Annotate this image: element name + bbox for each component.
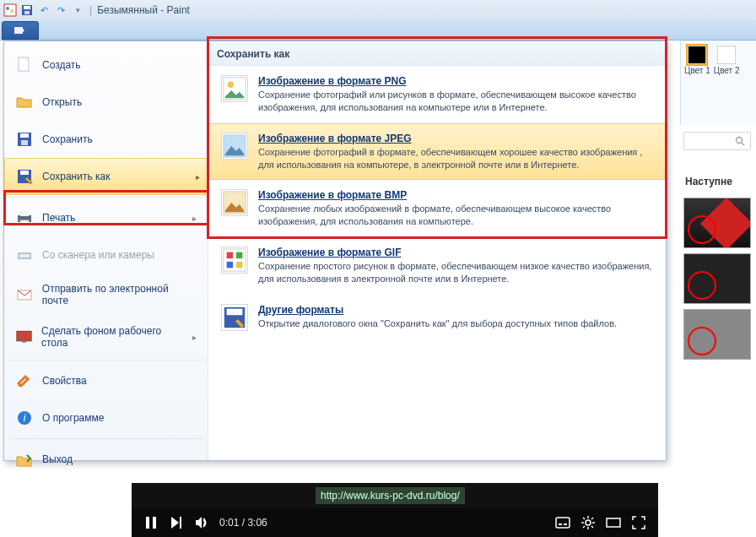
chevron-right-icon: ▸ — [192, 214, 197, 223]
menu-item-open[interactable]: Открыть — [4, 84, 208, 121]
svg-rect-32 — [227, 262, 234, 268]
color2-label: Цвет 2 — [714, 66, 740, 75]
menu-item-set-background[interactable]: Сделать фоном рабочего стола ▸ — [4, 316, 208, 358]
svg-point-2 — [10, 9, 14, 13]
format-title: Изображение в формате BMP — [258, 189, 653, 201]
menu-item-scanner: Со сканера или камеры — [4, 236, 208, 274]
svg-line-48 — [591, 526, 593, 528]
svg-rect-40 — [559, 523, 562, 525]
menu-item-label: Отправить по электронной почте — [42, 283, 197, 306]
format-item-gif[interactable]: Изображение в формате GIF Сохранение про… — [208, 237, 666, 295]
qat-undo-icon[interactable]: ↶ — [37, 3, 51, 17]
sidebar-thumb[interactable] — [683, 198, 751, 248]
theater-button[interactable] — [606, 515, 621, 530]
svg-rect-39 — [556, 518, 570, 528]
svg-rect-22 — [22, 341, 27, 343]
svg-rect-30 — [227, 252, 234, 259]
svg-rect-37 — [153, 517, 156, 529]
volume-button[interactable] — [194, 515, 209, 530]
format-item-other[interactable]: Другие форматы Открытие диалогового окна… — [208, 295, 666, 340]
video-overlay-link[interactable]: http://www.kurs-pc-dvd.ru/blog/ — [132, 483, 658, 508]
menu-item-label: О программе — [42, 412, 104, 424]
menu-item-label: Выход — [42, 453, 73, 465]
menu-item-save[interactable]: Сохранить — [4, 121, 208, 158]
format-title: Изображение в формате GIF — [258, 247, 653, 258]
svg-rect-6 — [14, 27, 23, 34]
format-list: Изображение в формате PNG Сохранение фот… — [208, 66, 666, 340]
qat-customize-icon[interactable]: ▾ — [71, 3, 84, 17]
save-as-header: Сохранить как — [208, 41, 666, 66]
svg-rect-21 — [17, 331, 31, 340]
new-icon — [15, 56, 34, 74]
menu-item-save-as[interactable]: Сохранить как — [4, 158, 208, 195]
svg-line-47 — [583, 518, 585, 519]
jpeg-icon — [221, 133, 248, 160]
svg-rect-36 — [146, 517, 149, 529]
menu-item-label: Свойства — [42, 375, 87, 387]
scanner-icon — [15, 246, 34, 264]
svg-rect-14 — [20, 171, 29, 175]
fullscreen-button[interactable] — [631, 515, 646, 530]
svg-line-8 — [742, 143, 744, 145]
svg-rect-12 — [21, 140, 28, 145]
color2-swatch[interactable] — [717, 46, 736, 64]
format-title: Изображение в формате PNG — [258, 75, 653, 87]
menu-item-label: Создать — [42, 59, 81, 71]
svg-rect-17 — [20, 220, 29, 225]
format-desc: Сохранение фотографий в формате, обеспеч… — [258, 146, 653, 171]
subtitles-button[interactable] — [555, 515, 570, 530]
menu-item-properties[interactable]: Свойства — [4, 362, 208, 399]
bmp-icon — [221, 189, 248, 216]
format-desc: Сохранение любых изображений в формате, … — [258, 203, 653, 228]
menu-item-new[interactable]: Создать — [4, 46, 208, 84]
pause-button[interactable] — [143, 515, 159, 530]
menu-item-email[interactable]: Отправить по электронной почте — [4, 274, 208, 316]
title-bar: ↶ ↷ ▾ | Безымянный - Paint — [0, 0, 756, 20]
search-box[interactable] — [683, 132, 751, 150]
sidebar-thumb[interactable] — [683, 309, 751, 360]
chevron-right-icon: ▸ — [192, 333, 197, 342]
svg-point-42 — [586, 520, 591, 525]
svg-line-50 — [583, 526, 585, 528]
format-desc: Сохранение фотографий или рисунков в фор… — [258, 89, 653, 114]
svg-point-1 — [6, 7, 9, 10]
color1-swatch[interactable] — [688, 46, 706, 64]
format-item-png[interactable]: Изображение в формате PNG Сохранение фот… — [208, 66, 666, 123]
svg-rect-16 — [20, 211, 29, 216]
settings-button[interactable] — [580, 515, 596, 530]
format-title: Изображение в формате JPEG — [258, 133, 653, 144]
svg-rect-38 — [180, 517, 181, 529]
menu-item-label: Сохранить как — [42, 171, 110, 182]
desktop-bg-icon — [15, 328, 33, 346]
menu-item-about[interactable]: i О программе — [4, 399, 208, 437]
qat-redo-icon[interactable]: ↷ — [54, 3, 68, 17]
video-player: http://www.kurs-pc-dvd.ru/blog/ 0:01 / 3… — [132, 483, 658, 537]
print-icon — [15, 209, 34, 227]
qat-save-icon[interactable] — [20, 3, 34, 17]
save-icon — [15, 130, 34, 149]
menu-item-exit[interactable]: Выход — [4, 441, 208, 478]
svg-rect-11 — [20, 133, 29, 138]
file-tab[interactable] — [2, 21, 39, 40]
menu-item-print[interactable]: Печать ▸ — [4, 199, 208, 236]
menu-item-label: Печать — [42, 212, 75, 224]
svg-point-26 — [228, 82, 235, 89]
next-button[interactable] — [169, 515, 184, 530]
menu-item-label: Сохранить — [42, 133, 93, 145]
svg-rect-35 — [227, 308, 243, 315]
window-title: Безымянный - Paint — [97, 4, 190, 16]
properties-icon — [15, 372, 34, 390]
svg-rect-4 — [24, 6, 30, 9]
svg-rect-0 — [4, 4, 16, 16]
format-item-jpeg[interactable]: Изображение в формате JPEG Сохранение фо… — [208, 123, 666, 181]
email-icon — [15, 285, 34, 304]
color1-label: Цвет 1 — [684, 66, 710, 75]
svg-rect-19 — [19, 254, 30, 258]
format-item-bmp[interactable]: Изображение в формате BMP Сохранение люб… — [208, 180, 666, 237]
svg-point-7 — [737, 138, 742, 144]
svg-rect-33 — [236, 262, 243, 268]
sidebar-thumb[interactable] — [683, 253, 751, 304]
menu-item-label: Со сканера или камеры — [42, 249, 154, 261]
exit-icon — [15, 450, 34, 469]
right-sidebar: Наступне — [680, 127, 756, 365]
